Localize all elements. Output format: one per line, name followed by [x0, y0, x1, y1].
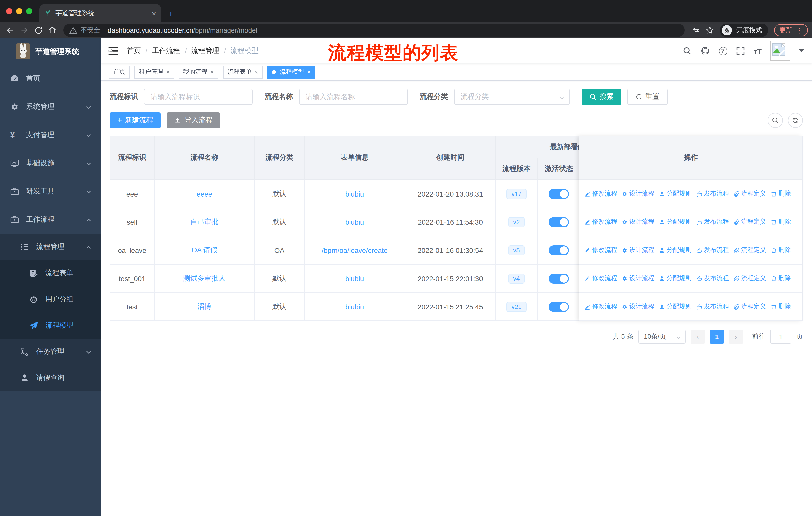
tag-close-icon[interactable]: × [255, 68, 258, 75]
update-button[interactable]: 更新 ⋮ [774, 24, 808, 36]
tag-1[interactable]: 租户管理× [135, 65, 174, 78]
filter-key-input[interactable] [144, 89, 253, 105]
status-toggle[interactable] [549, 245, 569, 255]
import-model-button[interactable]: 导入流程 [167, 112, 220, 129]
action-publish-button[interactable]: 发布流程 [696, 302, 729, 311]
bookmark-star-icon[interactable] [704, 24, 716, 36]
breadcrumb-item-3[interactable]: 流程模型 [230, 46, 259, 55]
action-link-button[interactable]: 流程定义 [733, 189, 766, 198]
sidebar-item-10[interactable]: 任务管理 [0, 338, 101, 365]
sidebar-item-5[interactable]: 工作流程 [0, 206, 101, 234]
status-toggle[interactable] [549, 273, 569, 283]
action-gear-button[interactable]: 设计流程 [622, 218, 655, 226]
action-publish-button[interactable]: 发布流程 [696, 246, 729, 254]
action-publish-button[interactable]: 发布流程 [696, 189, 729, 198]
browser-menu-icon[interactable]: ⋮ [796, 26, 803, 34]
action-gear-button[interactable]: 设计流程 [622, 189, 655, 198]
fullscreen-icon[interactable] [736, 46, 745, 56]
action-user-button[interactable]: 分配规则 [659, 189, 692, 198]
action-link-button[interactable]: 流程定义 [733, 246, 766, 254]
action-gear-button[interactable]: 设计流程 [622, 274, 655, 283]
new-tab-button[interactable]: + [168, 9, 174, 19]
action-link-button[interactable]: 流程定义 [733, 218, 766, 226]
home-icon[interactable] [46, 24, 58, 36]
address-bar[interactable]: 不安全 dashboard.yudao.iocoder.cn/bpm/manag… [63, 24, 685, 37]
create-model-button[interactable]: + 新建流程 [110, 112, 161, 129]
action-pen-button[interactable]: 修改流程 [584, 246, 617, 254]
sidebar-item-11[interactable]: 请假查询 [0, 365, 101, 391]
sidebar-collapse-icon[interactable] [108, 46, 119, 56]
form-info-link[interactable]: biubiu [345, 274, 364, 282]
tag-0[interactable]: 首页 [109, 65, 130, 78]
action-publish-button[interactable]: 发布流程 [696, 218, 729, 226]
status-toggle[interactable] [549, 189, 569, 199]
back-icon[interactable] [4, 24, 16, 36]
tag-close-icon[interactable]: × [166, 68, 170, 75]
model-name-link[interactable]: OA 请假 [192, 246, 218, 255]
action-pen-button[interactable]: 修改流程 [584, 274, 617, 283]
tag-close-icon[interactable]: × [307, 68, 311, 75]
action-link-button[interactable]: 流程定义 [733, 274, 766, 283]
action-pen-button[interactable]: 修改流程 [584, 189, 617, 198]
help-icon[interactable]: ? [719, 47, 727, 55]
action-user-button[interactable]: 分配规则 [659, 274, 692, 283]
tag-close-icon[interactable]: × [210, 68, 214, 75]
action-user-button[interactable]: 分配规则 [659, 302, 692, 311]
github-icon[interactable] [700, 46, 710, 56]
window-zoom-button[interactable] [26, 8, 32, 14]
action-user-button[interactable]: 分配规则 [659, 246, 692, 254]
action-trash-button[interactable]: 删除 [771, 189, 791, 198]
filter-category-select[interactable]: 流程分类 [454, 89, 570, 105]
action-user-button[interactable]: 分配规则 [659, 218, 692, 226]
action-trash-button[interactable]: 删除 [771, 302, 791, 311]
form-info-link[interactable]: biubiu [345, 303, 364, 311]
browser-tab[interactable]: 芋道管理系统 × [39, 4, 161, 22]
reload-icon[interactable] [32, 24, 44, 36]
action-publish-button[interactable]: 发布流程 [696, 274, 729, 283]
action-gear-button[interactable]: 设计流程 [622, 246, 655, 254]
breadcrumb-item-0[interactable]: 首页 [127, 46, 141, 55]
sidebar-item-7[interactable]: 流程表单 [0, 260, 101, 286]
action-link-button[interactable]: 流程定义 [733, 302, 766, 311]
action-trash-button[interactable]: 删除 [771, 246, 791, 254]
prev-page-button[interactable]: ‹ [691, 330, 705, 344]
action-trash-button[interactable]: 删除 [771, 218, 791, 226]
action-gear-button[interactable]: 设计流程 [622, 302, 655, 311]
action-trash-button[interactable]: 删除 [771, 274, 791, 283]
tag-2[interactable]: 我的流程× [179, 65, 219, 78]
model-name-link[interactable]: 测试多审批人 [183, 274, 226, 283]
page-size-select[interactable]: 10条/页 [638, 330, 686, 344]
action-pen-button[interactable]: 修改流程 [584, 302, 617, 311]
window-minimize-button[interactable] [16, 8, 22, 14]
status-toggle[interactable] [549, 302, 569, 312]
sidebar-item-1[interactable]: 系统管理 [0, 93, 101, 121]
window-controls[interactable] [6, 8, 32, 14]
reset-button[interactable]: 重置 [627, 89, 668, 105]
sidebar-item-9[interactable]: 流程模型 [0, 313, 101, 338]
breadcrumb-item-2[interactable]: 流程管理 [191, 46, 220, 55]
model-name-link[interactable]: eeee [197, 190, 212, 198]
sidebar-item-8[interactable]: 用户分组 [0, 286, 101, 313]
toggle-search-button[interactable] [768, 113, 783, 128]
breadcrumb-item-1[interactable]: 工作流程 [152, 46, 180, 55]
sidebar-item-0[interactable]: 首页 [0, 64, 101, 93]
sidebar-item-4[interactable]: 研发工具 [0, 178, 101, 206]
window-close-button[interactable] [6, 8, 12, 14]
form-info-link[interactable]: biubiu [345, 190, 364, 198]
sidebar-item-3[interactable]: 基础设施 [0, 149, 101, 178]
user-avatar[interactable] [770, 41, 790, 61]
avatar-caret-icon[interactable] [799, 49, 804, 52]
search-button[interactable]: 搜索 [582, 89, 621, 105]
next-page-button[interactable]: › [729, 330, 743, 344]
sidebar-item-2[interactable]: ¥支付管理 [0, 121, 101, 149]
page-1-button[interactable]: 1 [710, 330, 724, 344]
goto-page-input[interactable] [770, 330, 791, 344]
refresh-table-button[interactable] [788, 113, 803, 128]
font-size-icon[interactable]: TT [754, 47, 762, 55]
tag-4[interactable]: 流程模型× [267, 65, 315, 78]
tag-3[interactable]: 流程表单× [223, 65, 263, 78]
forward-icon[interactable] [18, 24, 30, 36]
password-key-icon[interactable] [690, 24, 702, 36]
status-toggle[interactable] [549, 217, 569, 227]
model-name-link[interactable]: 滔博 [197, 302, 211, 311]
